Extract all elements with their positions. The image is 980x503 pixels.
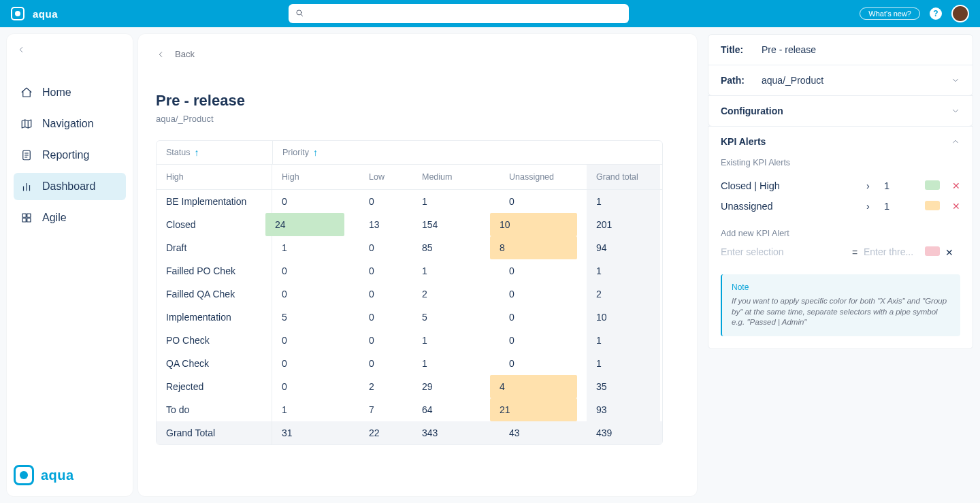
cell: 93 [587, 398, 660, 421]
brand-logo-icon [14, 465, 34, 485]
row-label: Failled QA Chek [157, 282, 272, 306]
title-value: Pre - release [762, 44, 816, 55]
cell: 0 [272, 329, 359, 352]
pivot-row-dimension-header[interactable]: Status ↑ [157, 141, 272, 164]
cell: 5 [412, 306, 500, 329]
row-label: Implementation [157, 306, 272, 329]
kpi-selection-input[interactable] [721, 244, 846, 261]
table-row: PO Check00101 [157, 329, 662, 352]
help-icon[interactable]: ? [930, 7, 942, 20]
user-avatar[interactable] [951, 5, 969, 22]
row-label: Rejected [157, 375, 272, 398]
cell: 1 [272, 398, 359, 421]
cell: 94 [587, 236, 660, 259]
cell: 1 [412, 259, 500, 282]
cell: 0 [272, 190, 359, 213]
cell: 1 [587, 190, 660, 213]
svg-rect-6 [22, 214, 26, 217]
cell: 154 [412, 213, 500, 236]
kpi-threshold-input[interactable] [864, 244, 925, 261]
cell: 201 [587, 213, 660, 236]
pivot-col-header: Grand total [587, 165, 660, 189]
chevron-up-icon [951, 137, 960, 146]
sidebar-item-home[interactable]: Home [14, 79, 126, 106]
map-icon [20, 118, 33, 130]
greater-than-icon: › [866, 180, 884, 191]
row-label: Draft [157, 236, 272, 259]
kpi-delete-button[interactable]: ✕ [945, 201, 960, 212]
table-row: Rejected0229435 [157, 375, 662, 398]
sidebar-item-reporting[interactable]: Reporting [14, 142, 126, 169]
cell: 0 [272, 352, 359, 375]
cell: 2 [359, 375, 412, 398]
svg-point-0 [297, 10, 301, 15]
add-kpi-row: = ✕ [721, 244, 960, 261]
sidebar-item-agile[interactable]: Agile [14, 204, 126, 231]
add-kpi-label: Add new KPI Alert [721, 229, 960, 238]
sidebar-item-navigation[interactable]: Navigation [14, 110, 126, 137]
svg-rect-7 [27, 214, 31, 217]
kpi-delete-button[interactable]: ✕ [945, 180, 960, 191]
cell: 439 [587, 421, 660, 444]
kpi-color-swatch[interactable] [925, 246, 940, 256]
cell: 0 [272, 375, 359, 398]
row-label: PO Check [157, 329, 272, 352]
cell: 0 [500, 306, 587, 329]
brand-logo-icon [11, 7, 24, 20]
svg-rect-8 [22, 218, 26, 222]
kpi-delete-button[interactable]: ✕ [945, 247, 960, 258]
sidebar-item-dashboard[interactable]: Dashboard [14, 173, 126, 200]
sidebar-footer-logo: aqua [14, 465, 126, 485]
configuration-section-toggle[interactable]: Configuration [708, 96, 973, 126]
cell: 0 [500, 259, 587, 282]
sidebar-collapse-button[interactable] [15, 44, 27, 56]
cell: 1 [412, 329, 500, 352]
svg-line-1 [301, 14, 303, 16]
brand-name: aqua [33, 8, 58, 20]
cell: 22 [359, 421, 412, 444]
table-row: QA Check00101 [157, 352, 662, 375]
cell: 343 [412, 421, 500, 444]
main-content: Back Pre - release aqua/_Product Status … [138, 34, 697, 496]
brand-name: aqua [41, 468, 74, 483]
kpi-alert-name: Closed | High [721, 180, 866, 191]
cell: 64 [412, 398, 500, 421]
grand-total-row: Grand Total312234343439 [157, 421, 662, 444]
path-field[interactable]: Path: aqua/_Product [708, 65, 973, 95]
cell: 7 [359, 398, 412, 421]
kpi-alert-row: Closed | High›1✕ [721, 176, 960, 196]
cell: 85 [412, 236, 500, 259]
topbar: aqua What's new? ? [0, 0, 980, 27]
cell: 0 [272, 282, 359, 306]
cell: 13 [359, 213, 412, 236]
cell: 0 [272, 259, 359, 282]
cell: 0 [359, 259, 412, 282]
row-label: BE Implementation [157, 190, 272, 213]
cell: 8 [500, 236, 587, 259]
kpi-color-swatch[interactable] [925, 180, 940, 190]
kpi-alert-threshold: 1 [884, 201, 925, 212]
sidebar-item-label: Agile [42, 212, 67, 224]
global-search-input[interactable] [289, 4, 629, 23]
table-row: To do17642193 [157, 398, 662, 421]
greater-than-icon: › [866, 201, 884, 212]
cell: 0 [359, 306, 412, 329]
cell: 2 [587, 282, 660, 306]
table-row: Draft1085894 [157, 236, 662, 259]
pivot-col-dimension-header[interactable]: Priority ↑ [272, 141, 662, 164]
properties-panel: Title: Pre - release Path: aqua/_Product… [708, 34, 973, 496]
kpi-color-swatch[interactable] [925, 201, 940, 210]
kpi-section-toggle[interactable]: KPI Alerts [708, 127, 973, 157]
row-label: Failled PO Chek [157, 259, 272, 282]
svg-rect-9 [27, 218, 31, 222]
whats-new-button[interactable]: What's new? [860, 7, 920, 20]
cell: 29 [412, 375, 500, 398]
kpi-alert-name: Unassigned [721, 201, 866, 212]
chevron-left-icon [156, 50, 165, 59]
pivot-row-band: High [157, 165, 272, 189]
note-body: If you want to apply specific color for … [732, 296, 951, 328]
row-label: QA Check [157, 352, 272, 375]
cell: 0 [359, 190, 412, 213]
back-link[interactable]: Back [175, 49, 195, 59]
row-label: Grand Total [157, 421, 272, 444]
